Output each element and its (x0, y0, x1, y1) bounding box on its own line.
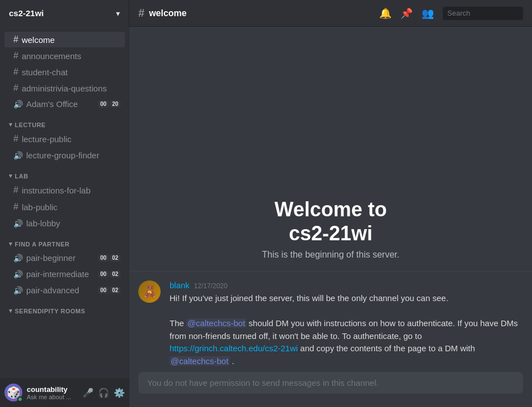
hash-icon: # (13, 185, 18, 195)
chat-input-placeholder: You do not have permission to send messa… (147, 378, 379, 387)
sidebar-item-lab-public[interactable]: # lab-public (4, 199, 125, 215)
voice-icon: 🔊 (13, 151, 23, 160)
chat-input-area: You do not have permission to send messa… (129, 372, 532, 407)
sidebar-item-student-chat[interactable]: # student-chat (4, 64, 125, 80)
sidebar-item-pair-intermediate[interactable]: 🔊 pair-intermediate 00 02 (4, 267, 125, 282)
section-label: LAB (15, 173, 28, 180)
message-timestamp: 12/17/2020 (194, 282, 228, 290)
sidebar-item-label: lab-lobby (26, 219, 120, 228)
badge-20: 20 (110, 100, 120, 108)
channel-badges: 00 02 (98, 287, 120, 294)
sidebar-item-welcome[interactable]: # welcome (4, 32, 125, 47)
online-indicator (17, 396, 23, 402)
welcome-line1: Welcome to (274, 198, 386, 221)
pin-icon[interactable]: 📌 (400, 7, 413, 20)
welcome-title: Welcome to cs2-21wi (274, 197, 386, 245)
hash-icon: # (13, 202, 18, 212)
auth-link[interactable]: https://grinch.caltech.edu/cs2-21wi (170, 343, 298, 353)
section-header-lecture[interactable]: ▾ LECTURE (0, 112, 129, 130)
sidebar-item-lecture-group-finder[interactable]: 🔊 lecture-group-finder (4, 148, 125, 163)
sidebar-item-instructions-for-lab[interactable]: # instructions-for-lab (4, 182, 125, 198)
members-icon[interactable]: 👥 (422, 7, 434, 20)
voice-icon: 🔊 (13, 286, 23, 295)
sidebar-item-label: Adam's Office (26, 99, 95, 109)
badge-00: 00 (98, 287, 109, 294)
voice-icon: 🔊 (13, 254, 23, 263)
username: countability (27, 385, 78, 394)
section-chevron-icon: ▾ (9, 172, 13, 180)
hash-icon: # (13, 83, 18, 93)
sidebar-item-label: pair-advanced (26, 285, 95, 295)
welcome-subtitle: This is the beginning of this server. (262, 250, 399, 260)
message-author[interactable]: blank (170, 280, 190, 290)
message-group: 🧸 blank 12/17/2020 Hi! If you've just jo… (129, 272, 532, 372)
welcome-line2: cs2-21wi (289, 222, 373, 245)
mic-icon[interactable]: 🎤 (83, 387, 94, 398)
badge-00: 00 (98, 270, 109, 278)
user-area: 🎲 countability Ask me about ... 🎤 🎧 ⚙️ (0, 378, 129, 407)
mention-caltechcs-bot-1[interactable]: @caltechcs-bot (186, 318, 246, 328)
server-name-button[interactable]: cs2-21wi ▾ (0, 0, 129, 27)
sidebar-item-label: pair-beginner (26, 253, 95, 263)
sidebar-item-label: pair-intermediate (26, 269, 95, 279)
server-name: cs2-21wi (9, 8, 116, 18)
sidebar-item-label: lecture-group-finder (26, 151, 120, 160)
top-icons-area: 🔔 📌 👥 Search (370, 7, 532, 20)
hash-icon: # (13, 35, 18, 45)
message-avatar: 🧸 (138, 280, 161, 303)
channel-hash-icon: # (138, 7, 144, 20)
section-header-find-a-partner[interactable]: ▾ FIND A PARTNER (0, 231, 129, 250)
channel-header-name: welcome (149, 8, 187, 18)
search-box[interactable]: Search (443, 7, 523, 20)
sidebar-item-label: instructions-for-lab (22, 186, 120, 195)
badge-02: 02 (110, 287, 120, 294)
welcome-section: Welcome to cs2-21wi This is the beginnin… (129, 175, 532, 271)
sidebar-item-pair-beginner[interactable]: 🔊 pair-beginner 00 02 (4, 250, 125, 265)
user-icons: 🎤 🎧 ⚙️ (83, 387, 125, 398)
sidebar-item-label: student-chat (22, 67, 120, 77)
section-chevron-icon: ▾ (9, 240, 13, 248)
channel-badges: 00 02 (98, 254, 120, 261)
user-info: countability Ask me about ... (27, 385, 78, 400)
sidebar-item-label: announcements (22, 51, 120, 61)
chat-input[interactable]: You do not have permission to send messa… (138, 372, 523, 394)
settings-icon[interactable]: ⚙️ (114, 387, 125, 398)
sidebar-item-label: lab-public (22, 202, 120, 212)
notifications-icon[interactable]: 🔔 (379, 7, 391, 20)
channel-badges: 00 02 (98, 270, 120, 278)
headphone-icon[interactable]: 🎧 (98, 387, 109, 398)
message-content: blank 12/17/2020 Hi! If you've just join… (170, 280, 523, 367)
search-placeholder: Search (447, 9, 470, 17)
section-chevron-icon: ▾ (9, 307, 13, 314)
server-chevron-icon: ▾ (116, 9, 120, 18)
user-status: Ask me about ... (27, 394, 78, 400)
badge-00: 00 (98, 100, 109, 108)
sidebar-item-administrivia-questions[interactable]: # administrivia-questions (4, 80, 125, 96)
section-chevron-icon: ▾ (9, 121, 13, 128)
message-header: blank 12/17/2020 (170, 280, 523, 290)
sidebar-item-lab-lobby[interactable]: 🔊 lab-lobby (4, 216, 125, 231)
badge-02: 02 (110, 270, 120, 278)
sidebar-item-adams-office[interactable]: 🔊 Adam's Office 00 20 (4, 96, 125, 112)
section-header-lab[interactable]: ▾ LAB (0, 163, 129, 182)
voice-icon: 🔊 (13, 100, 23, 109)
section-header-serendipity-rooms[interactable]: ▾ SERENDIPITY ROOMS (0, 298, 129, 317)
sidebar-item-label: administrivia-questions (22, 84, 120, 93)
badge-02: 02 (110, 254, 120, 261)
section-label: FIND A PARTNER (15, 241, 70, 248)
sidebar-item-announcements[interactable]: # announcements (4, 48, 125, 64)
section-label: LECTURE (15, 122, 46, 128)
message-text: Hi! If you've just joined the server, th… (170, 292, 523, 367)
channel-header: # welcome (129, 7, 370, 20)
sidebar-item-pair-advanced[interactable]: 🔊 pair-advanced 00 02 (4, 283, 125, 298)
section-label: SERENDIPITY ROOMS (15, 308, 85, 314)
hash-icon: # (13, 134, 18, 144)
mention-caltechcs-bot-2[interactable]: @caltechcs-bot (170, 356, 230, 366)
avatar: 🎲 (4, 384, 22, 401)
voice-icon: 🔊 (13, 219, 23, 228)
sidebar: # welcome # announcements # student-chat… (0, 27, 129, 407)
sidebar-item-label: welcome (22, 35, 120, 45)
channel-badges: 00 20 (98, 100, 120, 108)
voice-icon: 🔊 (13, 270, 23, 279)
sidebar-item-lecture-public[interactable]: # lecture-public (4, 131, 125, 147)
